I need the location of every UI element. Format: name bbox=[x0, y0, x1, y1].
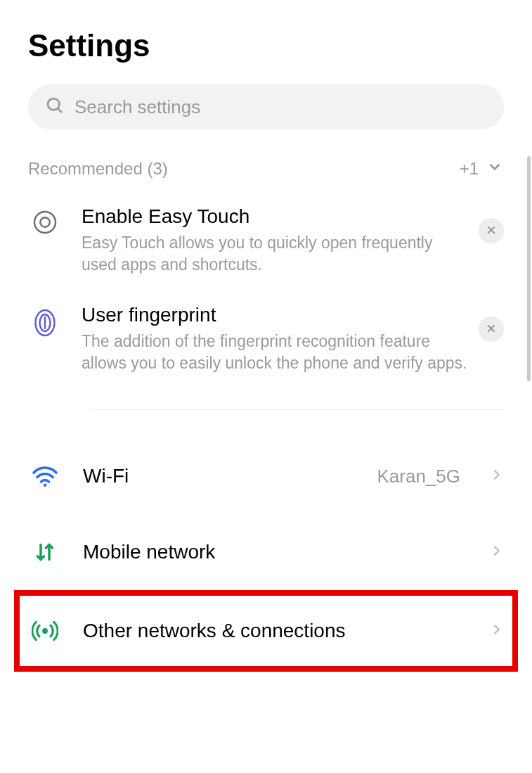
broadcast-icon bbox=[28, 618, 62, 644]
chevron-right-icon bbox=[488, 467, 504, 485]
chevron-right-icon bbox=[488, 543, 504, 561]
recommended-item-description: Easy Touch allows you to quickly open fr… bbox=[82, 232, 469, 276]
search-icon bbox=[45, 96, 74, 118]
close-icon bbox=[486, 323, 497, 336]
data-arrows-icon bbox=[28, 539, 62, 565]
search-bar[interactable] bbox=[28, 84, 504, 129]
recommended-more-count: +1 bbox=[460, 159, 479, 179]
dismiss-button[interactable] bbox=[479, 218, 504, 243]
recommended-header[interactable]: Recommended (3) +1 bbox=[28, 158, 504, 180]
svg-point-11 bbox=[44, 484, 46, 487]
setting-wifi[interactable]: Wi-Fi Karan_5G bbox=[28, 438, 504, 514]
target-icon bbox=[28, 205, 62, 235]
wifi-icon bbox=[28, 465, 62, 487]
setting-value: Karan_5G bbox=[377, 466, 460, 487]
recommended-item-description: The addition of the fingerprint recognit… bbox=[82, 331, 469, 374]
svg-line-1 bbox=[58, 108, 62, 113]
setting-label: Wi-Fi bbox=[83, 465, 356, 487]
recommended-item-easy-touch[interactable]: Enable Easy Touch Easy Touch allows you … bbox=[28, 205, 504, 304]
svg-point-0 bbox=[48, 98, 59, 110]
recommended-item-title: Enable Easy Touch bbox=[82, 205, 469, 228]
recommended-more[interactable]: +1 bbox=[460, 158, 504, 180]
page-title: Settings bbox=[28, 28, 504, 63]
svg-point-3 bbox=[40, 217, 50, 227]
close-icon bbox=[486, 224, 497, 238]
setting-label: Mobile network bbox=[83, 541, 467, 563]
dismiss-button[interactable] bbox=[479, 317, 504, 342]
fingerprint-icon bbox=[28, 304, 62, 338]
scrollbar[interactable] bbox=[527, 156, 531, 381]
setting-mobile-network[interactable]: Mobile network bbox=[28, 514, 504, 590]
recommended-item-title: User fingerprint bbox=[82, 304, 469, 326]
highlight-box: Other networks & connections bbox=[14, 590, 518, 672]
recommended-label: Recommended (3) bbox=[28, 159, 168, 179]
recommended-item-fingerprint[interactable]: User fingerprint The addition of the fin… bbox=[28, 304, 504, 402]
svg-point-14 bbox=[42, 628, 48, 634]
divider bbox=[91, 409, 504, 410]
setting-label: Other networks & connections bbox=[83, 620, 467, 642]
search-input[interactable] bbox=[74, 96, 487, 118]
setting-other-networks[interactable]: Other networks & connections bbox=[28, 596, 504, 666]
chevron-right-icon bbox=[488, 622, 504, 640]
chevron-down-icon bbox=[486, 158, 504, 180]
svg-point-2 bbox=[34, 212, 56, 233]
